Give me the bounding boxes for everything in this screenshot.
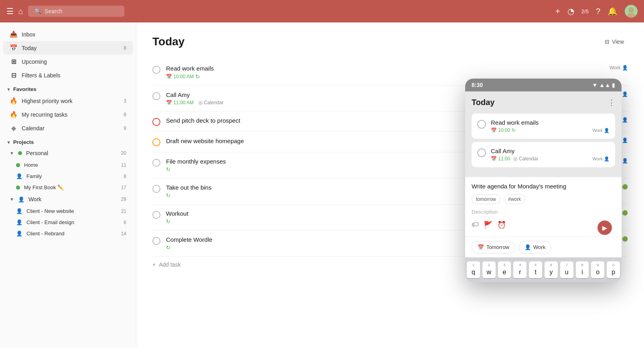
label-icon[interactable]: 🏷	[472, 221, 479, 235]
tag-tomorrow[interactable]: tomorrow	[472, 194, 500, 204]
key-u[interactable]: 7u	[560, 261, 573, 278]
nav-right: + ◔ 2/5 ? 🔔	[555, 5, 638, 18]
mobile-task-checkbox[interactable]	[477, 120, 486, 129]
mobile-task-item: Call Amy 📅 11:00 ◎ Calendar Work 👤	[472, 142, 615, 167]
reminder-icon[interactable]: ⏰	[497, 221, 506, 235]
client-email-icon: 👤	[16, 219, 22, 225]
add-button[interactable]: +	[555, 7, 560, 16]
search-placeholder: Search	[45, 8, 62, 14]
svg-point-1	[627, 13, 636, 18]
mobile-content: Today ⋮ Read work emails 📅 10:00 ↻ Work …	[465, 91, 622, 177]
submit-button[interactable]: ▶	[597, 221, 612, 235]
task-recurring: ↻	[166, 245, 170, 251]
sidebar-fav-highest[interactable]: 🔥 Highest priority work 3	[3, 94, 133, 107]
filters-label: Filters & Labels	[22, 72, 126, 79]
sidebar-work[interactable]: ▼ 👤 Work 29	[3, 193, 133, 205]
flame-red-icon: 🔥	[10, 97, 18, 105]
mobile-task-info: Read work emails 📅 10:00 ↻ Work 👤	[491, 119, 610, 133]
client-website-icon: 👤	[16, 208, 22, 214]
sidebar-client-website[interactable]: 👤 Client - New website 21	[3, 206, 133, 216]
sidebar-fav-recurring[interactable]: 🔥 My recurring tasks 8	[3, 108, 133, 121]
sidebar-fav-calendar[interactable]: ◆ Calendar 9	[3, 121, 133, 135]
sidebar-item-inbox[interactable]: 📥 Inbox	[3, 28, 133, 41]
sidebar-home[interactable]: Home 11	[3, 160, 133, 170]
mobile-status-bar: 8:30 ▼ ▲▲ ▮	[465, 79, 622, 91]
svg-point-0	[628, 7, 634, 13]
key-t[interactable]: 5t	[529, 261, 542, 278]
mobile-header: Today ⋮	[472, 98, 615, 107]
main-layout: 📥 Inbox 📅 Today 8 ⊞ Upcoming ⊟ Filters &…	[0, 22, 644, 348]
home-icon[interactable]: ⌂	[18, 7, 23, 16]
today-icon: 📅	[10, 44, 18, 52]
fav-highest-count: 3	[124, 98, 126, 104]
key-p[interactable]: 0p	[607, 261, 620, 278]
book-count: 17	[121, 185, 126, 190]
add-icon: +	[152, 261, 156, 268]
mobile-task-row: Read work emails 📅 10:00 ↻ Work 👤	[477, 119, 610, 133]
key-q[interactable]: 1q	[467, 261, 480, 278]
project-picker-button[interactable]: 👤 Work	[518, 241, 551, 253]
flame-orange-icon: 🔥	[10, 111, 18, 118]
task-checkbox-orange[interactable]	[152, 138, 160, 146]
personal-dot	[18, 151, 22, 155]
sidebar-item-filters[interactable]: ⊟ Filters & Labels	[3, 69, 133, 82]
key-o[interactable]: 9o	[591, 261, 604, 278]
task-checkbox[interactable]	[152, 92, 160, 100]
projects-section[interactable]: ▼ Projects	[0, 135, 136, 147]
sidebar-client-rebrand[interactable]: 👤 Client - Rebrand 14	[3, 228, 133, 239]
mobile-task-checkbox[interactable]	[477, 148, 486, 157]
sidebar-first-book[interactable]: My First Book ✏️ 17	[3, 182, 133, 193]
more-icon[interactable]: ⋮	[608, 98, 615, 107]
sidebar-family[interactable]: 👤 Family 8	[3, 171, 133, 182]
task-recurring: ↻	[166, 219, 170, 225]
view-button[interactable]: ⊟ View	[601, 36, 628, 47]
avatar[interactable]	[625, 5, 638, 18]
help-icon[interactable]: ?	[596, 7, 600, 16]
key-i[interactable]: 8i	[576, 261, 589, 278]
tag-work[interactable]: #work	[504, 194, 525, 204]
flag-icon[interactable]: 🚩	[484, 221, 492, 235]
task-name: Read work emails	[166, 65, 604, 72]
page-title: Today	[152, 35, 184, 48]
key-e[interactable]: 3e	[498, 261, 511, 278]
upcoming-icon: ⊞	[10, 58, 18, 65]
home-count: 11	[121, 162, 126, 168]
task-checkbox[interactable]	[152, 211, 160, 219]
quick-add-description[interactable]: Description	[465, 206, 622, 217]
sidebar-client-email[interactable]: 👤 Client - Email design 6	[3, 217, 133, 228]
mobile-time: 8:30	[472, 82, 483, 88]
task-content: Read work emails 📅 10:00 AM ↻	[166, 65, 604, 80]
sidebar-item-upcoming[interactable]: ⊞ Upcoming	[3, 55, 133, 68]
quick-add-actions: 📅 Tomorrow 👤 Work	[465, 237, 622, 257]
mobile-task-name: Call Amy	[491, 148, 610, 154]
sidebar-item-today[interactable]: 📅 Today 8	[3, 41, 133, 55]
today-label: Today	[22, 45, 119, 51]
wifi-icon: ▼	[592, 82, 597, 88]
content-header: Today ⊟ View	[152, 35, 628, 48]
task-checkbox[interactable]	[152, 159, 160, 167]
task-time: 📅 11:00 AM	[166, 100, 194, 105]
task-checkbox[interactable]	[152, 185, 160, 193]
key-y[interactable]: 6y	[545, 261, 558, 278]
sidebar-personal[interactable]: ▼ Personal 20	[3, 147, 133, 159]
top-navigation: ☰ ⌂ 🔍 Search + ◔ 2/5 ? 🔔	[0, 0, 644, 22]
bell-icon[interactable]: 🔔	[608, 6, 618, 16]
key-w[interactable]: 2w	[482, 261, 496, 278]
mobile-overlay: 8:30 ▼ ▲▲ ▮ Today ⋮ Re	[465, 79, 622, 282]
view-icon: ⊟	[605, 38, 610, 45]
progress-badge: 2/5	[581, 8, 589, 14]
timer-icon[interactable]: ◔	[567, 6, 574, 16]
inbox-icon: 📥	[10, 30, 18, 38]
search-bar[interactable]: 🔍 Search	[28, 6, 124, 17]
hamburger-icon[interactable]: ☰	[6, 6, 14, 16]
date-picker-button[interactable]: 📅 Tomorrow	[472, 241, 515, 253]
battery-icon: ▮	[612, 82, 615, 88]
filters-icon: ⊟	[10, 71, 18, 79]
task-calendar: ◎ Calendar	[198, 100, 223, 105]
key-r[interactable]: 4r	[513, 261, 527, 278]
task-checkbox[interactable]	[152, 66, 160, 74]
task-checkbox-red[interactable]	[152, 118, 160, 126]
task-checkbox[interactable]	[152, 237, 160, 245]
favorites-section[interactable]: ▼ Favorites	[0, 82, 136, 94]
mobile-status-icons: ▼ ▲▲ ▮	[592, 82, 615, 88]
